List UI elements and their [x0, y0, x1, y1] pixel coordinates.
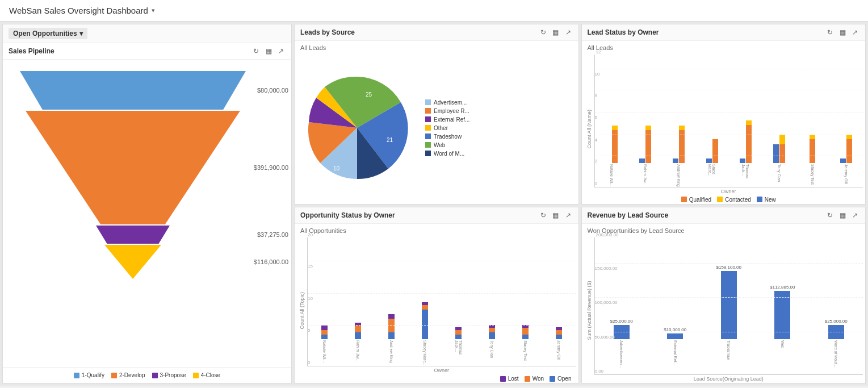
top-bar: WebSan Sales Oversight Dashboard ▾ — [0, 0, 868, 22]
calendar-icon3[interactable]: ▦ — [838, 28, 847, 37]
bar-rahim: Rahim Jiw... — [629, 126, 661, 187]
lead-status-bars-area: 12 10 8 6 4 2 0 — [594, 55, 863, 187]
stage2-label: $391,900.00 — [254, 164, 288, 171]
refresh-icon3[interactable]: ↻ — [825, 28, 835, 37]
expand-icon5[interactable]: ↗ — [850, 211, 859, 220]
rev-bar-web: $112,885.00 Web — [758, 285, 807, 374]
lead-status-subtitle: All Leads — [582, 41, 866, 52]
pie-legend-ad: Advertisem... — [425, 99, 469, 106]
expand-icon2[interactable]: ↗ — [564, 28, 573, 37]
bar-jeremy: Jeremy Gill — [830, 135, 862, 187]
pie-legend: Advertisem... Employee R... External Ref… — [425, 99, 469, 157]
stage1-label: $80,000.00 — [257, 87, 288, 94]
calendar-icon5[interactable]: ▦ — [838, 211, 847, 220]
funnel-stage-1: $80,000.00 — [20, 71, 246, 110]
rev-bar-word: $25,000.00 Word of Mout... — [812, 319, 861, 374]
bar-thomas: Thomas Jack... — [729, 120, 761, 187]
pie-label-10a: 10 — [333, 165, 340, 172]
sales-pipeline-controls: ↻ ▦ ↗ — [251, 47, 286, 56]
lead-status-y-label: Count All (Name) — [584, 55, 594, 204]
pie-legend-word: Word of M... — [425, 151, 469, 157]
propose-color — [152, 373, 158, 378]
close-color — [193, 373, 199, 378]
revenue-header: Revenue by Lead Source ↻ ▦ ↗ — [582, 207, 866, 224]
rev-bar-external: $10,000.00 External Ref... — [651, 327, 700, 374]
funnel-legend: 1-Qualify 2-Develop 3-Propose 4-Close — [3, 367, 291, 383]
sales-pipeline-subheader: Sales Pipeline ↻ ▦ ↗ — [3, 43, 291, 60]
funnel-stage-2: $391,900.00 — [20, 111, 246, 224]
dashboard-grid: Open Opportunities ▾ Sales Pipeline ↻ ▦ … — [0, 22, 868, 386]
revenue-bars-area: 200,000.00 150,000.00 100,000.00 50,000.… — [594, 237, 863, 376]
bar-stace: Stace Marc... — [696, 139, 728, 187]
lead-status-x-label: Owner — [594, 187, 863, 195]
leads-by-source-panel: Leads by Source ↻ ▦ ↗ All Leads — [294, 24, 579, 205]
bar-natalie: Natalie Wil... — [596, 126, 628, 187]
pie-legend-web: Web — [425, 142, 469, 148]
legend-qualify: 1-Qualify — [74, 372, 104, 378]
lead-status-header: Lead Status by Owner ↻ ▦ ↗ — [582, 24, 866, 41]
revenue-title: Revenue by Lead Source — [588, 211, 669, 219]
lead-status-controls: ↻ ▦ ↗ — [825, 28, 859, 37]
pie-legend-other: Other — [425, 125, 469, 131]
dashboard-title: WebSan Sales Oversight Dashboard — [9, 6, 148, 15]
leads-by-source-title: Leads by Source — [300, 28, 355, 36]
pie-legend-employee: Employee R... — [425, 108, 469, 114]
opp-bars-area: 20 15 10 5 0 — [307, 237, 576, 367]
lead-status-title: Lead Status by Owner — [588, 28, 659, 36]
stage4-label: $116,000.00 — [254, 258, 288, 265]
bar-tony: Tony Clan — [763, 135, 795, 187]
refresh-icon4[interactable]: ↻ — [539, 211, 548, 220]
legend-develop: 2-Develop — [111, 372, 145, 378]
rev-bar-tradeshow: $158,100.00 Tradeshow — [705, 265, 754, 374]
rev-x-label: Lead Source(Originating Lead) — [594, 375, 863, 383]
stage3-label: $37,275.00 — [257, 231, 288, 238]
refresh-icon5[interactable]: ↻ — [825, 211, 835, 220]
bar-andrew: Andrew King — [662, 126, 694, 187]
refresh-icon2[interactable]: ↻ — [539, 28, 548, 37]
calendar-icon4[interactable]: ▦ — [551, 211, 560, 220]
opportunity-controls: ↻ ▦ ↗ — [539, 211, 573, 220]
pie-chart-area: 25 21 10 Advertisem... Employee R... — [295, 52, 578, 204]
qualify-color — [74, 373, 79, 378]
lead-status-legend: Qualified Contacted New — [594, 195, 863, 204]
pie-legend-tradeshow: Tradeshow — [425, 133, 469, 140]
opp-x-label: Owner — [307, 366, 576, 374]
opportunity-status-header: Opportunity Status by Owner ↻ ▦ ↗ — [295, 207, 578, 224]
rev-bar-ad: $25,000.00 Advertisemen... — [597, 319, 647, 374]
pie-legend-external: External Ref... — [425, 116, 469, 123]
revenue-controls: ↻ ▦ ↗ — [825, 211, 859, 220]
opportunity-status-panel: Opportunity Status by Owner ↻ ▦ ↗ All Op… — [294, 207, 579, 384]
revenue-panel: Revenue by Lead Source ↻ ▦ ↗ Won Opportu… — [581, 207, 866, 384]
refresh-icon[interactable]: ↻ — [251, 47, 261, 56]
leads-by-source-header: Leads by Source ↻ ▦ ↗ — [295, 24, 578, 41]
pie-label-25: 25 — [366, 91, 372, 98]
legend-propose: 3-Propose — [152, 372, 186, 378]
opportunity-status-title: Opportunity Status by Owner — [300, 211, 395, 219]
sales-pipeline-panel: Open Opportunities ▾ Sales Pipeline ↻ ▦ … — [2, 24, 292, 383]
calendar-icon2[interactable]: ▦ — [551, 28, 560, 37]
leads-by-source-controls: ↻ ▦ ↗ — [539, 28, 573, 37]
expand-icon3[interactable]: ↗ — [850, 28, 859, 37]
revenue-subtitle: Won Opportunities by Lead Source — [582, 224, 866, 235]
opp-legend: Lost Won Open — [307, 374, 576, 383]
open-opportunities-dropdown[interactable]: Open Opportunities ▾ — [9, 28, 87, 39]
dashboard-dropdown-icon[interactable]: ▾ — [152, 7, 155, 14]
pie-chart: 25 21 10 — [300, 71, 414, 185]
funnel-stage-3: $37,275.00 — [20, 226, 246, 244]
sales-pipeline-header: Open Opportunities ▾ — [3, 24, 291, 43]
funnel-stage-4: $116,000.00 — [20, 245, 246, 279]
leads-by-source-subtitle: All Leads — [295, 41, 578, 52]
rev-y-label: Sum (Actual Revenue) ($) — [584, 237, 594, 383]
legend-close: 4-Close — [193, 372, 220, 378]
sales-pipeline-title: Sales Pipeline — [9, 47, 54, 55]
calendar-icon[interactable]: ▦ — [264, 47, 273, 56]
develop-color — [111, 373, 117, 378]
expand-icon4[interactable]: ↗ — [564, 211, 573, 220]
lead-status-panel: Lead Status by Owner ↻ ▦ ↗ All Leads Cou… — [581, 24, 866, 205]
opportunity-subtitle: All Opportunities — [295, 224, 578, 235]
pie-label-21: 21 — [387, 137, 393, 143]
expand-icon[interactable]: ↗ — [276, 47, 286, 56]
opp-y-label: Count All (Topic) — [297, 237, 307, 383]
bar-stacey: Stacey Test — [796, 135, 828, 187]
